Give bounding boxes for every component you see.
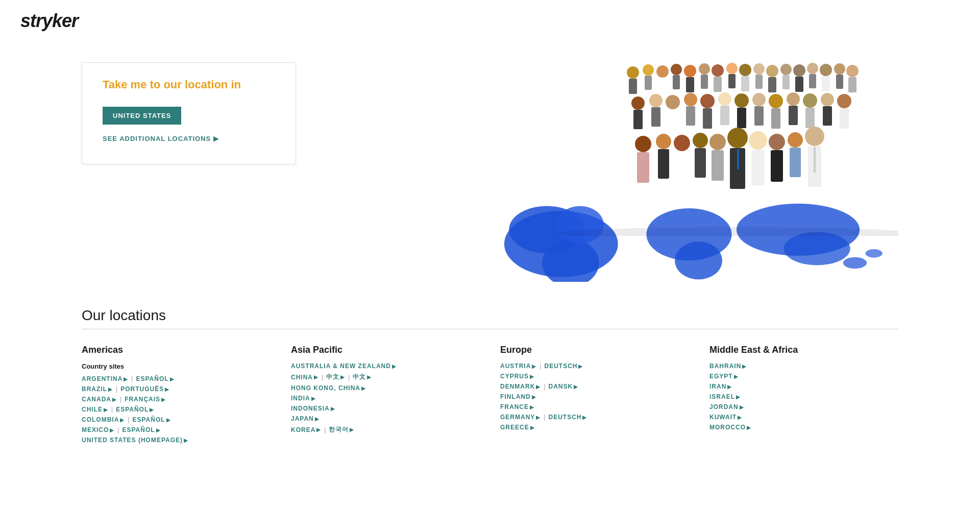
list-item: EGYPT ▶ <box>709 373 898 380</box>
language-link[interactable]: DEUTSCH ▶ <box>548 414 587 421</box>
svg-rect-17 <box>673 75 680 89</box>
country-link[interactable]: BAHRAIN ▶ <box>709 363 747 370</box>
svg-point-12 <box>643 64 654 76</box>
country-link[interactable]: INDONESIA ▶ <box>291 405 335 412</box>
country-link[interactable]: IRAN ▶ <box>709 383 732 390</box>
svg-rect-47 <box>651 107 660 127</box>
svg-point-64 <box>803 93 817 108</box>
list-item: BAHRAIN ▶ <box>709 363 898 370</box>
separator: | <box>120 396 121 403</box>
svg-rect-13 <box>645 76 652 90</box>
country-link[interactable]: GERMANY ▶ <box>500 414 541 421</box>
people-svg <box>480 42 898 236</box>
separator: | <box>544 414 545 421</box>
country-link[interactable]: INDIA ▶ <box>291 395 316 402</box>
language-link[interactable]: 中文 ▶ <box>353 373 372 381</box>
location-card: Take me to our location in UNITED STATES… <box>82 62 296 164</box>
language-link[interactable]: FRANÇAIS ▶ <box>125 396 166 403</box>
language-link[interactable]: PORTUGUÊS ▶ <box>120 385 169 393</box>
country-link[interactable]: BRAZIL ▶ <box>82 385 113 393</box>
list-item: AUSTRIA ▶|DEUTSCH ▶ <box>500 363 689 370</box>
region-title: Europe <box>500 345 689 355</box>
country-link[interactable]: EGYPT ▶ <box>709 373 739 380</box>
separator: | <box>116 385 117 393</box>
separator: | <box>544 383 545 390</box>
svg-point-48 <box>666 95 680 109</box>
country-link[interactable]: GREECE ▶ <box>500 424 535 431</box>
svg-point-8 <box>843 257 867 269</box>
country-link[interactable]: JORDAN ▶ <box>709 403 744 411</box>
svg-rect-35 <box>795 77 803 92</box>
country-link[interactable]: JAPAN ▶ <box>291 415 320 422</box>
region-europe: EuropeAUSTRIA ▶|DEUTSCH ▶CYPRUS ▶DENMARK… <box>500 345 689 447</box>
list-item: BRAZIL ▶|PORTUGUÊS ▶ <box>82 385 271 393</box>
country-link[interactable]: MOROCCO ▶ <box>709 424 751 431</box>
language-link[interactable]: ESPAÑOL ▶ <box>122 426 160 433</box>
country-link[interactable]: HONG KONG, CHINA ▶ <box>291 384 366 392</box>
list-item: COLOMBIA ▶|ESPAÑOL ▶ <box>82 416 271 423</box>
language-link[interactable]: ESPAÑOL ▶ <box>136 375 174 382</box>
list-item: IRAN ▶ <box>709 383 898 390</box>
list-item: KOREA ▶|한국어 ▶ <box>291 425 480 434</box>
country-link[interactable]: CANADA ▶ <box>82 396 117 403</box>
country-link[interactable]: AUSTRIA ▶ <box>500 363 536 370</box>
svg-rect-45 <box>633 110 643 129</box>
country-link[interactable]: ARGENTINA ▶ <box>82 375 128 382</box>
list-item: DENMARK ▶|DANSK ▶ <box>500 383 689 390</box>
country-link[interactable]: FRANCE ▶ <box>500 403 534 411</box>
language-link[interactable]: ESPAÑOL ▶ <box>116 406 154 413</box>
country-link[interactable]: FINLAND ▶ <box>500 393 536 400</box>
svg-rect-27 <box>741 76 749 91</box>
svg-rect-84 <box>751 150 765 185</box>
country-link[interactable]: CYPRUS ▶ <box>500 373 534 380</box>
svg-point-32 <box>780 64 792 75</box>
svg-point-56 <box>734 93 749 108</box>
logo[interactable]: stryker <box>20 10 960 32</box>
svg-rect-23 <box>714 77 722 92</box>
region-middle-east-africa: Middle East & AfricaBAHRAIN ▶EGYPT ▶IRAN… <box>709 345 898 447</box>
region-americas: AmericasCountry sitesARGENTINA ▶|ESPAÑOL… <box>82 345 271 447</box>
svg-rect-55 <box>720 106 729 125</box>
language-link[interactable]: DANSK ▶ <box>548 383 578 390</box>
svg-point-7 <box>784 232 850 265</box>
svg-rect-43 <box>848 77 856 92</box>
svg-point-34 <box>793 64 805 77</box>
region-title: Middle East & Africa <box>709 345 898 355</box>
svg-rect-21 <box>701 75 708 89</box>
svg-point-72 <box>656 134 671 149</box>
svg-rect-65 <box>805 108 815 128</box>
country-link[interactable]: KOREA ▶ <box>291 426 321 433</box>
svg-point-87 <box>788 132 803 148</box>
svg-point-66 <box>821 93 834 106</box>
country-link[interactable]: CHINA ▶ <box>291 374 318 381</box>
svg-point-26 <box>739 64 751 76</box>
list-item: KUWAIT ▶ <box>709 414 898 421</box>
svg-rect-49 <box>668 109 677 130</box>
language-link[interactable]: DEUTSCH ▶ <box>544 363 583 370</box>
language-link[interactable]: ESPAÑOL ▶ <box>132 416 170 423</box>
svg-rect-75 <box>676 151 688 182</box>
svg-point-5 <box>675 242 722 279</box>
svg-point-40 <box>834 63 845 75</box>
separator: | <box>131 375 133 382</box>
list-item: CHINA ▶|中文 ▶|中文 ▶ <box>291 373 480 381</box>
svg-rect-67 <box>823 106 832 126</box>
list-item: MOROCCO ▶ <box>709 424 898 431</box>
language-link[interactable]: 한국어 ▶ <box>329 425 354 434</box>
country-link[interactable]: COLOMBIA ▶ <box>82 416 125 423</box>
svg-point-20 <box>699 63 710 75</box>
see-additional-locations-link[interactable]: SEE ADDITIONAL LOCATIONS <box>103 135 275 142</box>
country-link[interactable]: CHILE ▶ <box>82 406 108 413</box>
svg-rect-25 <box>728 74 736 88</box>
us-location-button[interactable]: UNITED STATES <box>103 107 181 125</box>
country-link[interactable]: KUWAIT ▶ <box>709 414 742 421</box>
language-link[interactable]: 中文 ▶ <box>326 373 345 381</box>
country-link[interactable]: ISRAEL ▶ <box>709 393 741 400</box>
list-item: INDIA ▶ <box>291 395 480 402</box>
country-link[interactable]: MEXICO ▶ <box>82 426 114 433</box>
svg-rect-53 <box>703 108 712 129</box>
country-link[interactable]: UNITED STATES (HOMEPAGE) ▶ <box>82 437 188 444</box>
country-link[interactable]: DENMARK ▶ <box>500 383 541 390</box>
country-link[interactable]: AUSTRALIA & NEW ZEALAND ▶ <box>291 363 397 370</box>
svg-rect-82 <box>737 149 739 170</box>
